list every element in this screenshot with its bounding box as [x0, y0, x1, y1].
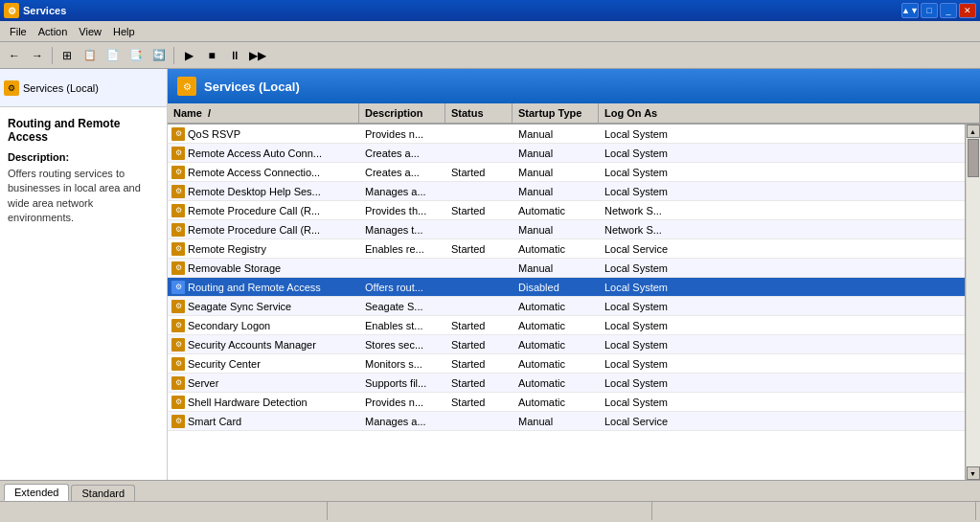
table-row[interactable]: ⚙Secondary Logon Enables st... Started A…: [168, 316, 965, 335]
table-row[interactable]: ⚙Remote Access Connectio... Creates a...…: [168, 163, 965, 182]
toolbar-separator-1: [52, 47, 53, 64]
service-status: Started: [445, 377, 513, 389]
table-row[interactable]: ⚙Seagate Sync Service Seagate S... Autom…: [168, 297, 965, 316]
service-name: QoS RSVP: [188, 128, 240, 140]
scroll-thumb[interactable]: [968, 139, 979, 177]
service-icon: ⚙: [171, 415, 185, 428]
table-row[interactable]: ⚙QoS RSVP Provides n... Manual Local Sys…: [168, 125, 965, 144]
service-status: Started: [445, 339, 513, 351]
minimize-button[interactable]: _: [940, 3, 957, 18]
menu-view[interactable]: View: [73, 24, 107, 39]
menu-help[interactable]: Help: [107, 24, 141, 39]
service-startup: Manual: [513, 128, 599, 140]
restart-button[interactable]: ▶▶: [247, 45, 268, 66]
table-row[interactable]: ⚙Remote Desktop Help Ses... Manages a...…: [168, 182, 965, 201]
service-startup: Automatic: [513, 339, 599, 351]
title-bar: ⚙ Services ▲▼ □ _ ✕: [0, 0, 980, 21]
service-icon: ⚙: [171, 223, 185, 237]
status-panel-1: [4, 502, 328, 520]
refresh-button[interactable]: 🔄: [148, 45, 170, 66]
toolbar-separator-2: [173, 47, 174, 64]
back-button[interactable]: ←: [4, 45, 25, 66]
play-button[interactable]: ▶: [178, 45, 199, 66]
service-icon: ⚙: [171, 357, 185, 371]
col-header-desc[interactable]: Description: [359, 103, 445, 123]
scrollbar[interactable]: ▲ ▼: [965, 125, 980, 480]
service-desc: Manages a...: [359, 186, 445, 197]
service-desc: Creates a...: [359, 148, 445, 159]
table-row[interactable]: ⚙Server Supports fil... Started Automati…: [168, 374, 965, 393]
scroll-down-button[interactable]: ▼: [967, 466, 980, 480]
service-desc: Provides n...: [359, 397, 445, 408]
pause-button[interactable]: ⏸: [224, 45, 245, 66]
table-row[interactable]: ⚙Remote Procedure Call (R... Provides th…: [168, 201, 965, 220]
service-icon: ⚙: [171, 396, 185, 409]
service-logon: Local System: [599, 339, 965, 351]
service-name: Security Center: [188, 358, 261, 370]
table-row[interactable]: ⚙Shell Hardware Detection Provides n... …: [168, 393, 965, 412]
service-startup: Manual: [513, 262, 599, 274]
table-row[interactable]: ⚙Smart Card Manages a... Manual Local Se…: [168, 412, 965, 431]
menu-file[interactable]: File: [4, 24, 33, 39]
service-logon: Local System: [599, 301, 965, 312]
service-logon: Local Service: [599, 416, 965, 427]
forward-button[interactable]: →: [27, 45, 48, 66]
services-table-container: Name / Description Status Startup Type L…: [168, 103, 980, 480]
service-desc: Manages t...: [359, 224, 445, 236]
service-desc: Manages a...: [359, 416, 445, 427]
description-label: Description:: [8, 151, 159, 163]
tree-icon: ⚙: [4, 80, 19, 96]
service-icon: ⚙: [171, 376, 185, 390]
service-logon: Local Service: [599, 243, 965, 255]
service-logon: Local System: [599, 167, 965, 178]
table-row[interactable]: ⚙Remote Procedure Call (R... Manages t..…: [168, 220, 965, 239]
col-header-logon[interactable]: Log On As: [599, 103, 980, 123]
service-desc: Provides n...: [359, 128, 445, 140]
menu-action[interactable]: Action: [33, 24, 74, 39]
col-header-status[interactable]: Status: [445, 103, 513, 123]
window-title: Services: [23, 5, 66, 16]
tab-extended[interactable]: Extended: [4, 484, 69, 501]
service-name: Secondary Logon: [188, 320, 270, 331]
tab-standard[interactable]: Standard: [71, 485, 135, 501]
service-startup: Automatic: [513, 320, 599, 331]
service-startup: Automatic: [513, 377, 599, 389]
scroll-up-button[interactable]: ▲: [967, 125, 980, 138]
tile-button[interactable]: ▲▼: [901, 3, 919, 18]
tabs-bar: Extended Standard: [0, 480, 980, 501]
stop-button[interactable]: ■: [201, 45, 222, 66]
col-header-startup[interactable]: Startup Type: [513, 103, 599, 123]
new-button[interactable]: 📋: [80, 45, 101, 66]
service-status: Started: [445, 167, 513, 178]
close-button[interactable]: ✕: [959, 3, 976, 18]
col-header-name[interactable]: Name /: [168, 103, 359, 123]
table-row[interactable]: ⚙Security Center Monitors s... Started A…: [168, 354, 965, 374]
toolbar: ← → ⊞ 📋 📄 📑 🔄 ▶ ■ ⏸ ▶▶: [0, 42, 980, 69]
service-name: Remote Access Connectio...: [188, 167, 320, 178]
service-logon: Local System: [599, 358, 965, 370]
service-icon: ⚙: [171, 300, 185, 313]
tree-node[interactable]: ⚙ Services (Local): [0, 69, 167, 107]
service-desc: Enables re...: [359, 243, 445, 255]
panel-header-icon: ⚙: [177, 77, 196, 96]
table-row[interactable]: ⚙Removable Storage Manual Local System: [168, 259, 965, 278]
view-button[interactable]: ⊞: [57, 45, 78, 66]
table-row[interactable]: ⚙Remote Registry Enables re... Started A…: [168, 239, 965, 259]
service-icon: ⚙: [171, 261, 185, 275]
service-name: Remote Registry: [188, 243, 266, 255]
table-row-selected[interactable]: ⚙Routing and Remote Access Offers rout..…: [168, 278, 965, 297]
service-logon: Local System: [599, 377, 965, 389]
table-row[interactable]: ⚙Remote Access Auto Conn... Creates a...…: [168, 144, 965, 163]
service-name: Remote Access Auto Conn...: [188, 148, 322, 159]
service-name: Remote Desktop Help Ses...: [188, 186, 321, 197]
service-icon: ⚙: [171, 127, 185, 141]
service-status: Started: [445, 397, 513, 408]
service-startup: Automatic: [513, 243, 599, 255]
restore-button[interactable]: □: [921, 3, 938, 18]
copy-button[interactable]: 📄: [103, 45, 124, 66]
service-logon: Local System: [599, 148, 965, 159]
table-row[interactable]: ⚙Security Accounts Manager Stores sec...…: [168, 335, 965, 354]
scroll-track[interactable]: [967, 138, 980, 466]
paste-button[interactable]: 📑: [125, 45, 147, 66]
table-body: ⚙QoS RSVP Provides n... Manual Local Sys…: [168, 125, 965, 480]
